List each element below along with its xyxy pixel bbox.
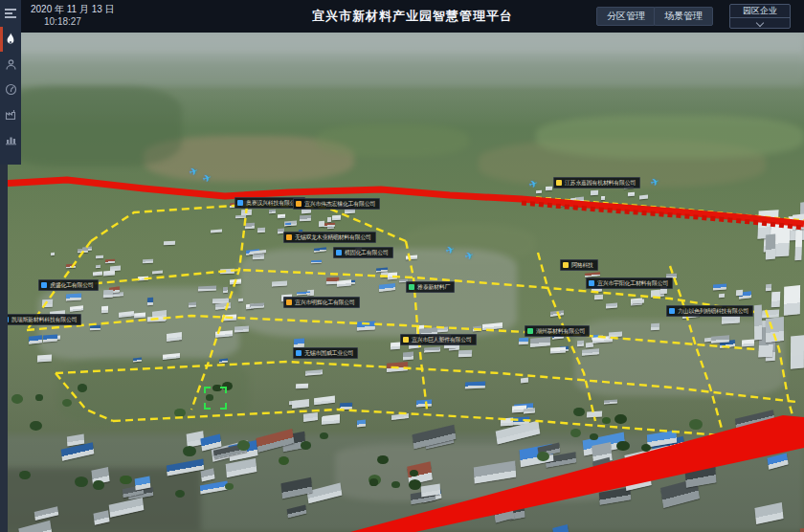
tree — [614, 414, 627, 424]
building — [93, 272, 102, 277]
building — [492, 499, 513, 522]
user-icon — [5, 58, 17, 71]
building — [332, 215, 341, 220]
building — [606, 302, 617, 308]
tree — [279, 456, 289, 465]
building — [599, 487, 631, 504]
building-label[interactable]: 无锡市国威工业公司 — [293, 347, 358, 359]
sidebar-item-stats[interactable] — [0, 126, 21, 151]
building — [134, 476, 150, 490]
building-label[interactable]: 凯瑞斯新材料科技有限公司 — [0, 314, 81, 325]
sidebar-item-menu[interactable] — [0, 0, 21, 27]
building-label[interactable]: 雅泰新材料厂 — [406, 281, 455, 293]
building-label[interactable]: 湖州慕材料有限公司 — [525, 325, 590, 337]
building — [292, 399, 309, 409]
building-label[interactable]: 横固化工有限公司 — [333, 247, 393, 258]
building-label[interactable]: 宜兴市巨人塑件有限公司 — [400, 334, 477, 345]
tree — [391, 481, 400, 488]
sidebar-item-monitor[interactable] — [0, 77, 21, 101]
building — [536, 190, 542, 193]
building — [577, 341, 584, 347]
building — [751, 422, 797, 450]
enterprise-icon — [296, 201, 302, 207]
building — [386, 362, 407, 372]
building — [799, 523, 804, 532]
building — [200, 480, 228, 494]
building — [314, 247, 326, 252]
terrain-patch — [0, 86, 182, 166]
building — [61, 442, 95, 461]
building — [411, 490, 436, 504]
terrain-patch — [0, 33, 804, 61]
zone-manage-button[interactable]: 分区管理 — [596, 7, 656, 26]
building — [550, 310, 564, 317]
scene-manage-button[interactable]: 场景管理 — [654, 7, 713, 26]
building — [230, 279, 241, 285]
dropdown-label: 园区企业 — [730, 5, 790, 18]
building — [768, 453, 790, 469]
building-label[interactable]: 无锡双龙木业精细材料有限公司 — [283, 232, 376, 243]
sidebar-item-fire[interactable] — [0, 27, 21, 52]
building — [213, 444, 248, 459]
building — [652, 436, 684, 454]
building — [339, 403, 352, 410]
building-label[interactable]: 阿格科技 — [560, 259, 598, 271]
enterprise-icon — [286, 299, 292, 305]
sidebar-item-factory[interactable] — [0, 101, 21, 126]
terrain-patch — [0, 468, 201, 532]
building-label[interactable]: 虎盛化工有限公司 — [38, 279, 99, 291]
smart-park-platform: 2020 年 11 月 13 日 10:18:27 宜兴市新材料产业园智慧管理平… — [0, 0, 804, 532]
building — [82, 247, 92, 252]
terrain-patch — [144, 136, 354, 182]
building — [381, 272, 389, 277]
building — [245, 223, 256, 229]
building — [545, 187, 551, 191]
chevron-down-icon — [730, 18, 790, 29]
building — [96, 255, 103, 259]
building — [546, 197, 551, 201]
park-enterprise-dropdown[interactable]: 园区企业 — [729, 4, 791, 29]
building — [212, 299, 230, 303]
hamburger-icon — [4, 8, 17, 19]
building — [424, 346, 441, 353]
building — [593, 295, 602, 299]
building — [713, 283, 726, 290]
building — [147, 297, 154, 304]
building-label[interactable]: 宜兴市明辉化工有限公司 — [283, 297, 360, 308]
building — [628, 192, 635, 196]
tree — [93, 480, 103, 489]
building — [704, 337, 713, 342]
building — [289, 400, 297, 405]
selection-brackets — [204, 387, 227, 410]
building — [575, 196, 584, 202]
building-label[interactable]: 江苏永嘉园有机材料有限公司 — [553, 177, 640, 188]
tree — [19, 471, 31, 479]
map-3d-view[interactable]: 奥赛汉兴科技有限公司宜兴市伟杰宏橡化工有限公司无锡双龙木业精细材料有限公司横固化… — [0, 33, 804, 532]
plane-marker: ✈ — [527, 177, 540, 191]
building — [344, 280, 355, 285]
building — [253, 254, 264, 259]
building — [90, 324, 100, 329]
tree — [11, 394, 23, 404]
building-label[interactable]: 力山以色列精细科技有限公司 — [666, 305, 753, 317]
building-label[interactable]: 宜兴市宇阳化工材料有限公司 — [586, 277, 673, 289]
building — [787, 216, 804, 241]
building — [592, 336, 613, 344]
building — [421, 484, 440, 498]
building — [759, 321, 770, 341]
building — [152, 270, 163, 274]
gauge-icon — [5, 83, 17, 96]
plane-marker: ✈ — [188, 165, 200, 179]
sidebar-item-person[interactable] — [0, 52, 21, 77]
building — [434, 326, 448, 332]
tree — [590, 433, 598, 440]
building — [92, 467, 110, 485]
building-label[interactable]: 宜兴市伟杰宏橡化工有限公司 — [293, 198, 380, 210]
building — [501, 418, 513, 427]
building — [300, 214, 311, 220]
enterprise-icon — [403, 337, 409, 343]
enterprise-icon — [336, 250, 342, 255]
building — [110, 265, 121, 271]
building — [235, 215, 246, 219]
tree — [62, 399, 72, 407]
